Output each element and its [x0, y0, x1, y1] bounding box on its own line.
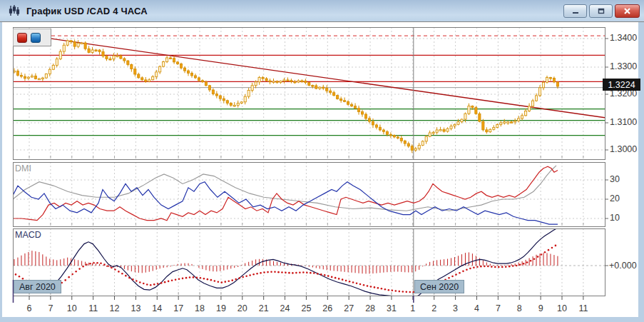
chart-window: График USD /CAD 4 ЧАСА 1.34001.33001.320… — [0, 0, 644, 322]
toolbar-blue-button[interactable] — [31, 33, 41, 43]
date-axis-label: 25 — [297, 303, 315, 313]
date-axis-label: 4 — [467, 303, 486, 313]
price-axis-label: 1.3400 — [610, 33, 637, 43]
dmi-panel-label: DMI — [15, 163, 31, 173]
date-axis-label: 11 — [574, 303, 593, 313]
price-axis-label: 1.3300 — [610, 61, 637, 71]
date-axis-label: 8 — [510, 303, 528, 313]
date-axis-label: 2 — [425, 303, 444, 313]
macd-zero-axis-label: +0.000 — [609, 261, 637, 271]
chart-canvas[interactable] — [0, 0, 644, 322]
month-label-august: Авг 2020 — [14, 280, 61, 293]
macd-panel-label: MACD — [15, 230, 41, 240]
date-axis-label: 11 — [84, 303, 103, 313]
month-label-september: Сен 2020 — [414, 280, 464, 293]
date-axis-label: 19 — [212, 303, 230, 313]
current-price-tag: 1.3224 — [603, 79, 640, 91]
date-axis-label: 18 — [190, 303, 209, 313]
date-axis-label: 28 — [361, 303, 379, 313]
date-axis-label: 12 — [106, 303, 124, 313]
price-axis-label: 1.3000 — [610, 144, 637, 154]
date-axis-label: 24 — [276, 303, 295, 313]
date-axis-label: 10 — [553, 303, 571, 313]
date-axis-label: 17 — [169, 303, 188, 313]
dmi-axis-label: 10 — [610, 213, 620, 223]
dmi-axis-label: 30 — [610, 174, 620, 184]
dmi-axis-label: 20 — [610, 193, 620, 203]
date-axis-label: 3 — [446, 303, 465, 313]
date-axis-label: 13 — [126, 303, 145, 313]
date-axis-label: 9 — [531, 303, 550, 313]
date-axis-label: 1 — [404, 303, 422, 313]
date-axis-label: 21 — [255, 303, 273, 313]
date-axis-label: 20 — [233, 303, 252, 313]
toolbar-red-button[interactable] — [17, 33, 27, 43]
price-axis-label: 1.3100 — [610, 117, 637, 127]
date-axis-label: 27 — [339, 303, 358, 313]
date-axis-label: 7 — [489, 303, 507, 313]
date-axis-label: 31 — [382, 303, 401, 313]
date-axis-label: 6 — [20, 303, 39, 313]
chart-mini-toolbar — [13, 29, 51, 46]
date-axis-label: 7 — [41, 303, 60, 313]
date-axis-label: 26 — [318, 303, 337, 313]
date-axis-label: 14 — [148, 303, 166, 313]
date-axis-label: 10 — [63, 303, 81, 313]
